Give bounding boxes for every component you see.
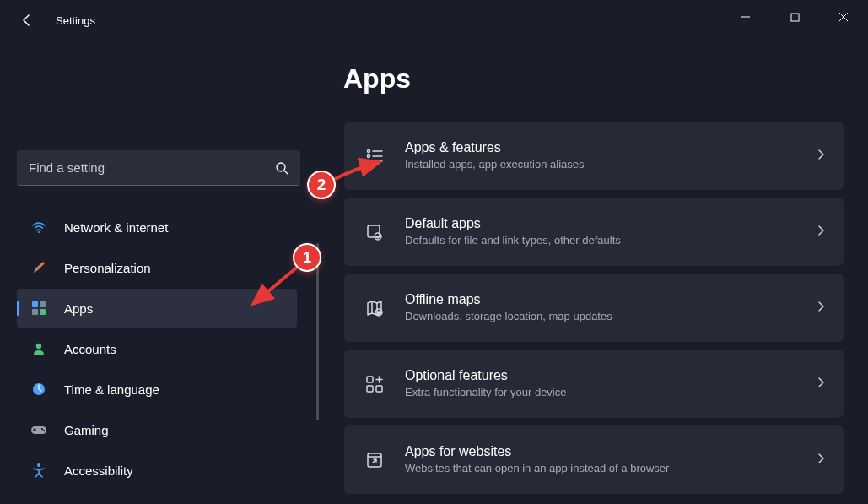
list-icon (363, 144, 386, 168)
sidebar-item-label: Accounts (64, 342, 116, 356)
card-title: Default apps (405, 215, 817, 233)
svg-point-10 (41, 428, 43, 430)
card-list: Apps & features Installed apps, app exec… (344, 122, 844, 494)
svg-point-12 (37, 463, 40, 467)
back-button[interactable] (17, 10, 37, 30)
chevron-right-icon (817, 225, 825, 240)
back-arrow-icon (20, 14, 34, 27)
default-apps-icon (363, 220, 386, 244)
svg-point-17 (375, 233, 381, 240)
svg-rect-5 (32, 309, 38, 315)
svg-point-13 (368, 149, 370, 152)
search-box[interactable] (17, 150, 300, 186)
sidebar-item-label: Accessibility (64, 463, 133, 478)
chevron-right-icon (817, 149, 825, 164)
sidebar-item-accessibility[interactable]: Accessibility (17, 451, 297, 490)
sidebar-item-label: Apps (64, 301, 93, 316)
window-controls (721, 0, 868, 34)
close-button[interactable] (819, 0, 868, 34)
person-icon (30, 340, 47, 357)
card-title: Optional features (405, 367, 817, 385)
search-input[interactable] (29, 160, 275, 175)
nav-list: Network & internet Personalization Apps … (17, 208, 297, 490)
card-subtitle: Installed apps, app execution aliases (405, 158, 817, 172)
sidebar-item-network[interactable]: Network & internet (17, 208, 297, 247)
svg-point-15 (368, 160, 370, 162)
card-subtitle: Websites that can open in an app instead… (405, 462, 817, 476)
svg-rect-19 (367, 377, 373, 382)
sidebar-item-label: Time & language (64, 382, 159, 397)
card-texts: Default apps Defaults for file and link … (405, 215, 817, 249)
chevron-right-icon (817, 377, 825, 392)
accessibility-icon (30, 462, 47, 479)
card-default-apps[interactable]: Default apps Defaults for file and link … (344, 198, 844, 266)
card-texts: Apps for websites Websites that can open… (405, 443, 817, 477)
card-subtitle: Extra functionality for your device (405, 386, 817, 400)
close-icon (838, 12, 849, 22)
search-icon (275, 161, 288, 175)
svg-point-1 (277, 163, 285, 171)
sidebar-item-accounts[interactable]: Accounts (17, 329, 297, 368)
svg-point-11 (43, 430, 45, 431)
card-texts: Optional features Extra functionality fo… (405, 367, 817, 401)
svg-point-2 (38, 231, 40, 233)
minimize-button[interactable] (721, 0, 770, 34)
sidebar-item-label: Gaming (64, 423, 109, 437)
svg-rect-0 (791, 14, 799, 21)
card-apps-for-websites[interactable]: Apps for websites Websites that can open… (344, 425, 844, 494)
svg-rect-3 (32, 301, 38, 307)
paintbrush-icon (30, 259, 47, 276)
map-icon (363, 296, 386, 320)
card-subtitle: Downloads, storage location, map updates (405, 310, 817, 324)
maximize-icon (790, 13, 800, 22)
globe-clock-icon (30, 381, 47, 398)
sidebar-item-label: Network & internet (64, 220, 168, 235)
sidebar-item-time-language[interactable]: Time & language (17, 370, 297, 409)
gamepad-icon (30, 421, 47, 438)
grid-plus-icon (363, 372, 386, 396)
sidebar-item-personalization[interactable]: Personalization (17, 248, 297, 287)
chevron-right-icon (817, 301, 825, 316)
svg-rect-16 (368, 225, 380, 237)
card-apps-features[interactable]: Apps & features Installed apps, app exec… (344, 122, 844, 190)
svg-rect-4 (40, 301, 46, 307)
svg-rect-20 (367, 386, 373, 392)
main-area: Apps & features Installed apps, app exec… (312, 41, 868, 504)
sidebar-item-gaming[interactable]: Gaming (17, 410, 297, 449)
apps-icon (30, 300, 47, 317)
card-title: Apps & features (405, 139, 817, 157)
svg-point-14 (368, 154, 370, 157)
link-window-icon (363, 448, 386, 472)
minimize-icon (741, 12, 751, 22)
card-title: Apps for websites (405, 443, 817, 461)
card-texts: Apps & features Installed apps, app exec… (405, 139, 817, 173)
svg-rect-6 (40, 309, 46, 315)
app-title: Settings (56, 14, 95, 27)
svg-point-7 (36, 344, 41, 349)
card-title: Offline maps (405, 291, 817, 309)
maximize-button[interactable] (770, 0, 819, 34)
card-offline-maps[interactable]: Offline maps Downloads, storage location… (344, 274, 844, 342)
sidebar: Network & internet Personalization Apps … (0, 41, 312, 504)
card-subtitle: Defaults for file and link types, other … (405, 234, 817, 248)
sidebar-item-label: Personalization (64, 261, 151, 275)
svg-rect-21 (376, 386, 382, 392)
card-texts: Offline maps Downloads, storage location… (405, 291, 817, 325)
sidebar-item-apps[interactable]: Apps (17, 289, 297, 328)
wifi-icon (30, 219, 47, 236)
card-optional-features[interactable]: Optional features Extra functionality fo… (344, 350, 844, 418)
chevron-right-icon (817, 453, 825, 468)
